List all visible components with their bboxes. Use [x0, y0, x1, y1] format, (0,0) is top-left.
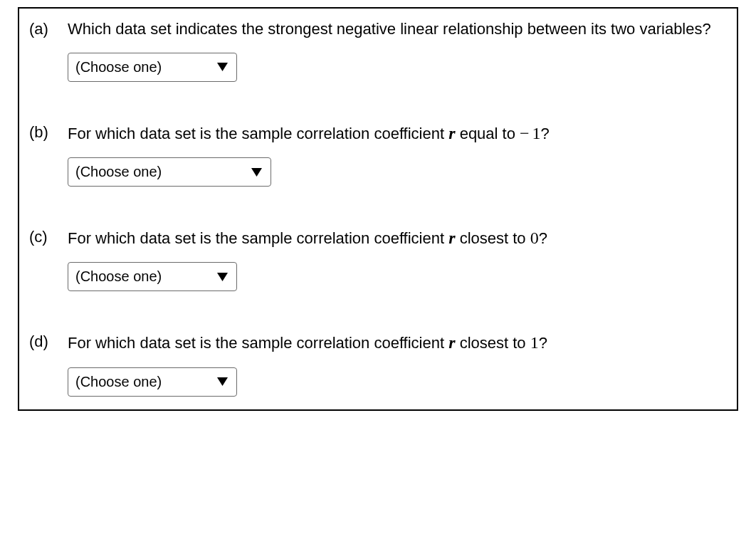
chevron-down-icon: [251, 168, 262, 177]
question-b-text: For which data set is the sample correla…: [68, 122, 727, 145]
dropdown-placeholder: (Choose one): [75, 268, 162, 285]
question-b-value: 1: [532, 124, 541, 142]
question-d-value: 1: [530, 333, 539, 352]
question-c-text-before-r: For which data set is the sample correla…: [68, 229, 448, 247]
question-c-block: (c) For which data set is the sample cor…: [19, 216, 737, 321]
question-c-text-after-r: closest to: [456, 229, 530, 247]
svg-marker-2: [217, 273, 228, 281]
question-b-qmark: ?: [541, 125, 550, 142]
question-c-dropdown[interactable]: (Choose one): [68, 262, 237, 291]
dropdown-placeholder: (Choose one): [75, 59, 162, 75]
question-c-text: For which data set is the sample correla…: [68, 226, 727, 249]
question-c-label: (c): [29, 226, 68, 248]
question-a-label: (a): [29, 19, 68, 40]
dropdown-placeholder: (Choose one): [75, 164, 162, 180]
quiz-container: (a) Which data set indicates the stronge…: [18, 7, 738, 411]
question-b-text-after-r: equal to: [456, 125, 520, 142]
question-c-row: (c) For which data set is the sample cor…: [19, 216, 737, 249]
chevron-down-icon: [217, 377, 228, 386]
question-b-text-before-r: For which data set is the sample correla…: [68, 125, 448, 142]
question-c-dropdown-row: (Choose one): [19, 249, 737, 291]
question-d-text: For which data set is the sample correla…: [68, 331, 727, 354]
chevron-down-icon: [217, 63, 228, 71]
question-d-label: (d): [29, 331, 68, 352]
question-d-text-before-r: For which data set is the sample correla…: [68, 334, 448, 352]
question-d-dropdown[interactable]: (Choose one): [68, 367, 237, 397]
question-d-block: (d) For which data set is the sample cor…: [19, 321, 737, 409]
question-b-dropdown-row: (Choose one): [19, 145, 737, 187]
question-a-dropdown[interactable]: (Choose one): [68, 53, 237, 82]
question-b-dropdown[interactable]: (Choose one): [68, 157, 271, 187]
question-a-text: Which data set indicates the strongest n…: [68, 19, 727, 40]
question-a-dropdown-row: (Choose one): [19, 40, 737, 82]
r-symbol: r: [448, 229, 455, 247]
dropdown-placeholder: (Choose one): [75, 374, 162, 390]
question-c-value: 0: [530, 229, 539, 247]
question-c-qmark: ?: [539, 229, 547, 247]
svg-marker-3: [217, 377, 228, 386]
r-symbol: r: [448, 124, 455, 142]
question-b-label: (b): [29, 122, 68, 143]
svg-marker-0: [217, 63, 228, 71]
question-d-text-after-r: closest to: [456, 334, 530, 352]
r-symbol: r: [448, 333, 455, 352]
question-d-qmark: ?: [539, 334, 547, 352]
question-d-dropdown-row: (Choose one): [19, 355, 737, 397]
svg-marker-1: [251, 168, 262, 177]
question-b-block: (b) For which data set is the sample cor…: [19, 112, 737, 216]
question-d-row: (d) For which data set is the sample cor…: [19, 321, 737, 354]
minus-sign: −: [520, 124, 530, 142]
question-a-row: (a) Which data set indicates the stronge…: [19, 9, 737, 40]
question-a-block: (a) Which data set indicates the stronge…: [19, 9, 737, 112]
chevron-down-icon: [217, 273, 228, 281]
question-b-row: (b) For which data set is the sample cor…: [19, 112, 737, 145]
